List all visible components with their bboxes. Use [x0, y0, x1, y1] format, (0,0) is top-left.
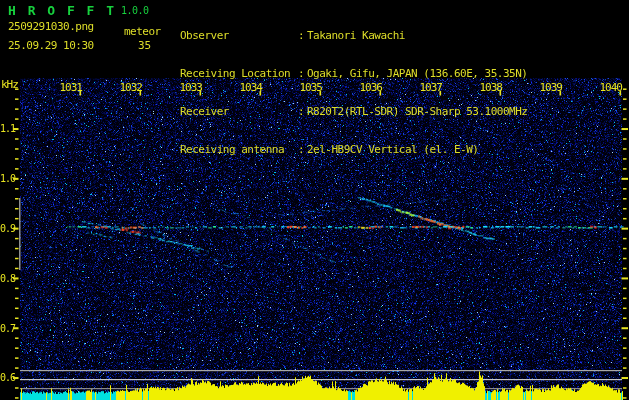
info-value: R820T2(RTL-SDR) SDR-Sharp 53.1000MHz	[307, 106, 527, 118]
observation-timestamp: 25.09.29 10:30	[8, 39, 94, 52]
freq-axis-unit-label: kHz	[1, 78, 18, 91]
time-tick-label: 1040	[594, 82, 622, 93]
info-label: Receiver	[180, 106, 298, 118]
info-value: Ogaki, Gifu, JAPAN (136.60E, 35.35N)	[307, 68, 527, 80]
time-tick-label: 1033	[174, 82, 202, 93]
time-tick-label: 1035	[294, 82, 322, 93]
info-row-observer: Observer:Takanori Kawachi	[180, 30, 527, 42]
freq-tick-label: 0.8	[0, 274, 14, 284]
station-info-block: Observer:Takanori Kawachi Receiving Loca…	[180, 4, 527, 182]
observation-mode: meteor	[124, 25, 161, 38]
time-tick-label: 1032	[114, 82, 142, 93]
time-tick-label: 1038	[474, 82, 502, 93]
app-version: 1.0.0	[121, 5, 149, 16]
echo-count: 35	[138, 39, 151, 52]
freq-tick-label: 1.1	[0, 124, 14, 134]
freq-tick-label: 0.9	[0, 224, 14, 234]
info-row-location: Receiving Location:Ogaki, Gifu, JAPAN (1…	[180, 68, 527, 80]
info-label: Receiving antenna	[180, 144, 298, 156]
info-label: Receiving Location	[180, 68, 298, 80]
info-row-receiver: Receiver:R820T2(RTL-SDR) SDR-Sharp 53.10…	[180, 106, 527, 118]
time-tick-label: 1039	[534, 82, 562, 93]
info-value: 2el-HB9CV Vertical (el. E-W)	[307, 144, 478, 156]
info-value: Takanori Kawachi	[307, 30, 405, 42]
freq-tick-label: 1.0	[0, 174, 14, 184]
time-tick-label: 1036	[354, 82, 382, 93]
time-tick-label: 1034	[234, 82, 262, 93]
time-tick-label: 1037	[414, 82, 442, 93]
info-label: Observer	[180, 30, 298, 42]
output-filename: 2509291030.png	[8, 20, 94, 33]
freq-tick-label: 0.6	[0, 373, 14, 383]
freq-tick-label: 0.7	[0, 324, 14, 334]
time-tick-label: 1031	[54, 82, 82, 93]
hrofft-window: H R O F F T 1.0.0 2509291030.png meteor …	[0, 0, 629, 400]
app-title: H R O F F T	[8, 3, 116, 18]
info-row-antenna: Receiving antenna:2el-HB9CV Vertical (el…	[180, 144, 527, 156]
